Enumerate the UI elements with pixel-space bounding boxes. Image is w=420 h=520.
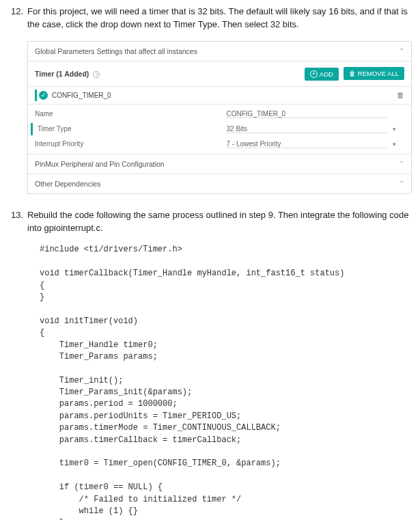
remove-all-label: REMOVE ALL xyxy=(358,70,399,77)
config-timer-row[interactable]: ✓ CONFIG_TIMER_0 🗑 xyxy=(28,86,411,104)
delete-config-icon[interactable]: 🗑 xyxy=(397,91,404,99)
pinmux-row[interactable]: PinMux Peripheral and Pin Configuration … xyxy=(28,154,411,174)
pinmux-label: PinMux Peripheral and Pin Configuration xyxy=(35,160,165,168)
chevron-up-icon: ⌃ xyxy=(399,160,404,167)
step-13: 13. Rebuild the code following the same … xyxy=(8,209,412,235)
name-input[interactable] xyxy=(227,110,387,118)
check-icon: ✓ xyxy=(39,91,48,100)
timer-config-panel: Global Parameters Settings that affect a… xyxy=(27,41,412,194)
remove-all-button[interactable]: 🗑 REMOVE ALL xyxy=(344,67,404,80)
other-deps-row[interactable]: Other Dependencies ⌃ xyxy=(28,174,411,193)
config-timer-name: CONFIG_TIMER_0 xyxy=(52,92,111,99)
global-params-label: Global Parameters Settings that affect a… xyxy=(35,47,197,55)
global-params-row[interactable]: Global Parameters Settings that affect a… xyxy=(28,42,411,61)
code-snippet: #include <ti/drivers/Timer.h> void timer… xyxy=(40,244,412,520)
prop-type-label: Timer Type xyxy=(28,122,220,137)
prop-name-label: Name xyxy=(28,105,220,122)
timer-header-label: Timer (1 Added) xyxy=(35,70,89,78)
prop-priority-label: Interrupt Priority xyxy=(28,137,220,154)
accent-bar xyxy=(35,90,37,101)
chevron-down-icon[interactable]: ▾ xyxy=(393,126,396,133)
prop-name-value[interactable] xyxy=(220,105,412,122)
chevron-up-icon: ⌃ xyxy=(399,47,404,55)
add-button[interactable]: + ADD xyxy=(305,68,339,81)
priority-select[interactable]: 7 - Lowest Priority xyxy=(227,140,387,148)
step-12-text: For this project, we will need a timer t… xyxy=(27,5,412,31)
step-12: 12. For this project, we will need a tim… xyxy=(8,5,412,31)
step-13-text: Rebuild the code following the same proc… xyxy=(27,209,412,235)
other-deps-label: Other Dependencies xyxy=(35,180,100,188)
prop-priority-value[interactable]: 7 - Lowest Priority ▾ xyxy=(220,137,412,154)
add-button-label: ADD xyxy=(320,70,333,78)
chevron-up-icon: ⌃ xyxy=(399,180,404,187)
step-12-number: 12. xyxy=(8,5,23,31)
step-13-number: 13. xyxy=(8,209,23,235)
trash-icon: 🗑 xyxy=(349,70,356,77)
timer-properties: Name Timer Type 32 Bits ▾ Interrupt Prio… xyxy=(28,104,411,154)
help-icon[interactable]: ? xyxy=(93,71,100,78)
timer-header-row: Timer (1 Added) ? + ADD 🗑 REMOVE ALL xyxy=(28,61,411,86)
timer-type-select[interactable]: 32 Bits xyxy=(227,125,387,133)
prop-type-value[interactable]: 32 Bits ▾ xyxy=(220,122,412,137)
plus-icon: + xyxy=(310,70,318,78)
chevron-down-icon[interactable]: ▾ xyxy=(393,141,396,148)
